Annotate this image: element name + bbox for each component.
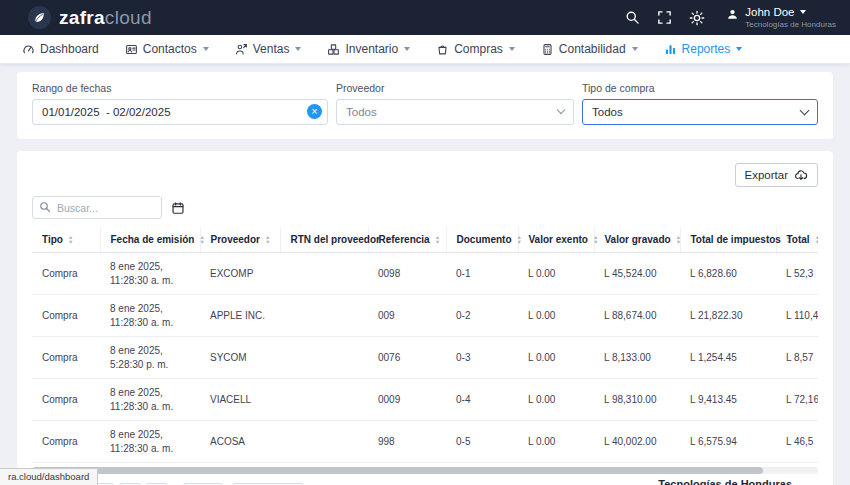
nav-label: Compras	[454, 42, 503, 56]
cell-documento: 0-3	[446, 337, 518, 379]
cell-referencia: 0009	[368, 379, 446, 421]
cell-total-impuestos: L 6,828.60	[680, 253, 776, 295]
nav-item-contactos[interactable]: Contactos	[125, 42, 209, 56]
nav-item-reportes[interactable]: Reportes	[664, 42, 743, 56]
column-header-valor-exento[interactable]: Valor exento	[518, 227, 594, 253]
chevron-down-icon	[203, 47, 209, 51]
horizontal-scrollbar-thumb[interactable]	[32, 467, 763, 474]
cell-valor-exento: L 0.00	[518, 379, 594, 421]
sales-icon	[235, 43, 248, 56]
column-header-fecha[interactable]: Fecha de emisión	[100, 227, 200, 253]
cell-rtn	[280, 295, 368, 337]
column-header-tipo[interactable]: Tipo	[32, 227, 100, 253]
sort-icon	[435, 235, 440, 244]
cell-tipo: Compra	[32, 421, 100, 463]
cell-valor-exento: L 0.00	[518, 337, 594, 379]
calendar-icon[interactable]	[171, 201, 185, 215]
inventory-icon	[327, 43, 340, 56]
user-avatar-icon	[726, 8, 739, 21]
cell-rtn	[280, 253, 368, 295]
brand-logo[interactable]: zafracloud	[59, 7, 152, 29]
brightness-icon[interactable]	[689, 10, 705, 26]
cell-total-impuestos: L 9,413.45	[680, 379, 776, 421]
date-range-input[interactable]	[32, 99, 328, 125]
cell-fecha: 8 ene 2025, 5:28:30 p. m.	[100, 337, 200, 379]
provider-value: Todos	[346, 106, 377, 118]
fullscreen-icon[interactable]	[657, 10, 672, 25]
column-header-referencia[interactable]: Referencia	[368, 227, 446, 253]
chevron-down-icon	[800, 10, 806, 14]
brand-leaf-icon	[28, 6, 51, 29]
table-search-input[interactable]	[32, 196, 162, 219]
search-icon[interactable]	[625, 10, 640, 25]
export-label: Exportar	[745, 169, 788, 181]
topbar: zafracloud John Doe Tecnologías de Hondu…	[0, 0, 850, 35]
filter-provider: Proveedor Todos	[336, 82, 574, 125]
nav-item-contabilidad[interactable]: Contabilidad	[541, 42, 638, 56]
sort-icon	[815, 235, 818, 244]
gauge-icon	[22, 43, 35, 56]
cell-total: L 110,4	[776, 295, 818, 337]
cell-documento: 0-5	[446, 421, 518, 463]
cell-valor-gravado: L 40,002.00	[594, 421, 680, 463]
sort-icon	[676, 235, 681, 244]
nav-item-dashboard[interactable]: Dashboard	[22, 42, 99, 56]
purchase-type-select[interactable]: Todos	[582, 99, 818, 125]
nav-label: Ventas	[253, 42, 290, 56]
clear-date-icon[interactable]	[307, 104, 322, 119]
column-label: Documento	[457, 234, 512, 245]
nav-item-compras[interactable]: Compras	[436, 42, 515, 56]
cell-proveedor: ACOSA	[200, 421, 280, 463]
cell-documento: 0-4	[446, 379, 518, 421]
nav-label: Reportes	[682, 42, 731, 56]
cell-tipo: Compra	[32, 379, 100, 421]
nav-item-ventas[interactable]: Ventas	[235, 42, 302, 56]
table-row: Compra 8 ene 2025, 11:28:30 a. m. ACOSA …	[32, 421, 818, 463]
column-label: Valor exento	[529, 234, 588, 245]
reports-icon	[664, 43, 677, 56]
cell-referencia: 998	[368, 421, 446, 463]
cell-documento: 0-2	[446, 295, 518, 337]
column-header-documento[interactable]: Documento	[446, 227, 518, 253]
cell-total: L 72,16	[776, 379, 818, 421]
nav-item-inventario[interactable]: Inventario	[327, 42, 410, 56]
footer-partial-text: Tecnologías de Honduras	[658, 478, 792, 485]
nav-label: Inventario	[345, 42, 398, 56]
sort-icon	[68, 235, 73, 244]
purchase-type-label: Tipo de compra	[582, 82, 818, 94]
table-row: Compra 8 ene 2025, 5:28:30 p. m. SYCOM 0…	[32, 337, 818, 379]
table-header-row: Tipo Fecha de emisión Proveedor RTN del …	[32, 227, 818, 253]
column-header-total-impuestos[interactable]: Total de impuestos	[680, 227, 776, 253]
cell-proveedor: SYCOM	[200, 337, 280, 379]
user-name: John Doe	[745, 6, 794, 18]
table-scroll-area[interactable]: Tipo Fecha de emisión Proveedor RTN del …	[32, 227, 818, 463]
column-label: Total de impuestos	[691, 234, 781, 245]
cell-proveedor: APPLE INC.	[200, 295, 280, 337]
sort-icon	[593, 235, 598, 244]
column-label: Tipo	[42, 234, 63, 245]
provider-select[interactable]: Todos	[336, 99, 574, 125]
horizontal-scrollbar-track	[32, 467, 818, 474]
user-menu[interactable]: John Doe Tecnologías de Honduras	[726, 6, 836, 29]
sort-icon	[199, 235, 204, 244]
chevron-down-icon	[295, 47, 301, 51]
column-label: Proveedor	[211, 234, 260, 245]
cell-tipo: Compra	[32, 337, 100, 379]
cell-valor-gravado: L 45,524.00	[594, 253, 680, 295]
column-header-proveedor[interactable]: Proveedor	[200, 227, 280, 253]
export-button[interactable]: Exportar	[735, 163, 818, 187]
chevron-down-icon	[800, 105, 810, 115]
cell-tipo: Compra	[32, 295, 100, 337]
filters-panel: Rango de fechas Proveedor Todos Tipo de …	[17, 72, 833, 139]
cell-rtn	[280, 421, 368, 463]
accounting-icon	[541, 43, 554, 56]
purchases-table: Tipo Fecha de emisión Proveedor RTN del …	[32, 227, 818, 463]
column-header-rtn[interactable]: RTN del proveedor	[280, 227, 368, 253]
sort-icon	[265, 235, 270, 244]
cell-documento: 0-1	[446, 253, 518, 295]
column-header-valor-gravado[interactable]: Valor gravado	[594, 227, 680, 253]
cell-total: L 46,5	[776, 421, 818, 463]
cell-fecha: 8 ene 2025, 11:28:30 a. m.	[100, 295, 200, 337]
column-label: Valor gravado	[605, 234, 671, 245]
link-preview-statusbar: ra.cloud/dashboard	[0, 468, 98, 485]
